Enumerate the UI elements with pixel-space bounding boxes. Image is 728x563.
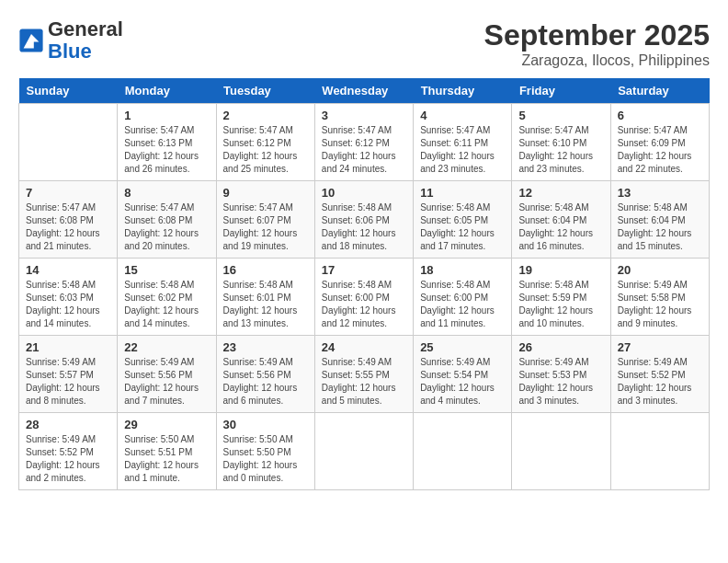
calendar-cell: 14Sunrise: 5:48 AM Sunset: 6:03 PM Dayli… [19, 259, 118, 336]
calendar-cell: 2Sunrise: 5:47 AM Sunset: 6:12 PM Daylig… [216, 104, 314, 181]
calendar-cell: 27Sunrise: 5:49 AM Sunset: 5:52 PM Dayli… [610, 336, 709, 413]
calendar-week-1: 1Sunrise: 5:47 AM Sunset: 6:13 PM Daylig… [19, 104, 710, 181]
day-info: Sunrise: 5:49 AM Sunset: 5:55 PM Dayligh… [322, 356, 406, 408]
day-number: 1 [124, 109, 209, 122]
day-info: Sunrise: 5:47 AM Sunset: 6:10 PM Dayligh… [518, 124, 603, 176]
day-header-wednesday: Wednesday [314, 78, 413, 104]
day-number: 12 [518, 186, 603, 200]
day-number: 20 [618, 263, 702, 277]
calendar-week-4: 21Sunrise: 5:49 AM Sunset: 5:57 PM Dayli… [19, 336, 710, 413]
calendar-cell [512, 413, 610, 490]
day-number: 15 [124, 263, 209, 277]
month-title: September 2025 [484, 18, 710, 52]
calendar-cell: 4Sunrise: 5:47 AM Sunset: 6:11 PM Daylig… [414, 104, 512, 181]
day-number: 6 [618, 109, 702, 122]
calendar-cell: 13Sunrise: 5:48 AM Sunset: 6:04 PM Dayli… [610, 181, 709, 259]
calendar-week-2: 7Sunrise: 5:47 AM Sunset: 6:08 PM Daylig… [19, 181, 710, 259]
day-number: 22 [124, 340, 209, 354]
day-number: 5 [518, 109, 603, 122]
calendar-cell: 19Sunrise: 5:48 AM Sunset: 5:59 PM Dayli… [512, 259, 610, 336]
day-info: Sunrise: 5:49 AM Sunset: 5:58 PM Dayligh… [618, 279, 702, 330]
day-number: 28 [26, 418, 110, 431]
calendar-cell: 8Sunrise: 5:47 AM Sunset: 6:08 PM Daylig… [118, 181, 216, 259]
day-number: 18 [420, 263, 505, 277]
calendar-cell: 15Sunrise: 5:48 AM Sunset: 6:02 PM Dayli… [118, 259, 216, 336]
day-info: Sunrise: 5:48 AM Sunset: 6:04 PM Dayligh… [518, 201, 603, 253]
logo-icon [18, 28, 44, 53]
calendar-cell: 23Sunrise: 5:49 AM Sunset: 5:56 PM Dayli… [216, 336, 314, 413]
day-info: Sunrise: 5:48 AM Sunset: 6:04 PM Dayligh… [618, 201, 702, 253]
calendar-week-3: 14Sunrise: 5:48 AM Sunset: 6:03 PM Dayli… [19, 259, 710, 336]
day-info: Sunrise: 5:49 AM Sunset: 5:52 PM Dayligh… [26, 433, 110, 485]
day-number: 2 [223, 109, 308, 122]
day-info: Sunrise: 5:50 AM Sunset: 5:50 PM Dayligh… [223, 433, 308, 485]
day-info: Sunrise: 5:47 AM Sunset: 6:07 PM Dayligh… [223, 201, 308, 253]
calendar-table: SundayMondayTuesdayWednesdayThursdayFrid… [18, 78, 710, 490]
day-info: Sunrise: 5:47 AM Sunset: 6:11 PM Dayligh… [420, 124, 505, 176]
calendar-cell: 10Sunrise: 5:48 AM Sunset: 6:06 PM Dayli… [314, 181, 413, 259]
day-number: 17 [322, 263, 406, 277]
day-number: 13 [618, 186, 702, 200]
calendar-cell: 24Sunrise: 5:49 AM Sunset: 5:55 PM Dayli… [314, 336, 413, 413]
day-info: Sunrise: 5:49 AM Sunset: 5:57 PM Dayligh… [26, 356, 110, 408]
calendar-cell: 6Sunrise: 5:47 AM Sunset: 6:09 PM Daylig… [610, 104, 709, 181]
logo: General Blue [18, 18, 123, 63]
day-header-friday: Friday [512, 78, 610, 104]
day-number: 16 [223, 263, 308, 277]
calendar-cell: 1Sunrise: 5:47 AM Sunset: 6:13 PM Daylig… [118, 104, 216, 181]
day-header-thursday: Thursday [414, 78, 512, 104]
calendar-cell: 5Sunrise: 5:47 AM Sunset: 6:10 PM Daylig… [512, 104, 610, 181]
day-info: Sunrise: 5:47 AM Sunset: 6:09 PM Dayligh… [618, 124, 702, 176]
day-info: Sunrise: 5:49 AM Sunset: 5:54 PM Dayligh… [420, 356, 505, 408]
calendar-cell: 21Sunrise: 5:49 AM Sunset: 5:57 PM Dayli… [19, 336, 118, 413]
day-number: 30 [223, 418, 308, 431]
day-header-saturday: Saturday [610, 78, 709, 104]
day-number: 27 [618, 340, 702, 354]
calendar-header-row: SundayMondayTuesdayWednesdayThursdayFrid… [19, 78, 710, 104]
day-number: 7 [26, 186, 110, 200]
day-number: 25 [420, 340, 505, 354]
day-info: Sunrise: 5:48 AM Sunset: 6:00 PM Dayligh… [420, 279, 505, 330]
calendar-cell: 11Sunrise: 5:48 AM Sunset: 6:05 PM Dayli… [414, 181, 512, 259]
calendar-cell: 25Sunrise: 5:49 AM Sunset: 5:54 PM Dayli… [414, 336, 512, 413]
calendar-cell: 18Sunrise: 5:48 AM Sunset: 6:00 PM Dayli… [414, 259, 512, 336]
calendar-body: 1Sunrise: 5:47 AM Sunset: 6:13 PM Daylig… [19, 104, 710, 490]
location: Zaragoza, Ilocos, Philippines [484, 52, 710, 69]
day-info: Sunrise: 5:48 AM Sunset: 6:06 PM Dayligh… [322, 201, 406, 253]
day-info: Sunrise: 5:50 AM Sunset: 5:51 PM Dayligh… [124, 433, 209, 485]
calendar-cell: 28Sunrise: 5:49 AM Sunset: 5:52 PM Dayli… [19, 413, 118, 490]
calendar-week-5: 28Sunrise: 5:49 AM Sunset: 5:52 PM Dayli… [19, 413, 710, 490]
day-info: Sunrise: 5:48 AM Sunset: 6:03 PM Dayligh… [26, 279, 110, 330]
day-number: 21 [26, 340, 110, 354]
calendar-cell: 9Sunrise: 5:47 AM Sunset: 6:07 PM Daylig… [216, 181, 314, 259]
day-info: Sunrise: 5:47 AM Sunset: 6:13 PM Dayligh… [124, 124, 209, 176]
day-number: 4 [420, 109, 505, 122]
day-info: Sunrise: 5:49 AM Sunset: 5:56 PM Dayligh… [124, 356, 209, 408]
day-number: 14 [26, 263, 110, 277]
day-info: Sunrise: 5:49 AM Sunset: 5:53 PM Dayligh… [518, 356, 603, 408]
day-header-tuesday: Tuesday [216, 78, 314, 104]
day-info: Sunrise: 5:48 AM Sunset: 5:59 PM Dayligh… [518, 279, 603, 330]
day-info: Sunrise: 5:49 AM Sunset: 5:52 PM Dayligh… [618, 356, 702, 408]
page-header: General Blue September 2025 Zaragoza, Il… [18, 18, 710, 69]
day-number: 3 [322, 109, 406, 122]
day-info: Sunrise: 5:48 AM Sunset: 6:02 PM Dayligh… [124, 279, 209, 330]
day-number: 23 [223, 340, 308, 354]
logo-general: General [48, 17, 123, 40]
day-info: Sunrise: 5:48 AM Sunset: 6:01 PM Dayligh… [223, 279, 308, 330]
day-number: 24 [322, 340, 406, 354]
calendar-cell: 30Sunrise: 5:50 AM Sunset: 5:50 PM Dayli… [216, 413, 314, 490]
calendar-cell: 17Sunrise: 5:48 AM Sunset: 6:00 PM Dayli… [314, 259, 413, 336]
day-info: Sunrise: 5:47 AM Sunset: 6:08 PM Dayligh… [26, 201, 110, 253]
day-info: Sunrise: 5:48 AM Sunset: 6:05 PM Dayligh… [420, 201, 505, 253]
day-info: Sunrise: 5:49 AM Sunset: 5:56 PM Dayligh… [223, 356, 308, 408]
day-number: 26 [518, 340, 603, 354]
day-info: Sunrise: 5:47 AM Sunset: 6:12 PM Dayligh… [223, 124, 308, 176]
day-number: 9 [223, 186, 308, 200]
day-header-monday: Monday [118, 78, 216, 104]
day-info: Sunrise: 5:47 AM Sunset: 6:08 PM Dayligh… [124, 201, 209, 253]
calendar-cell [19, 104, 118, 181]
day-number: 8 [124, 186, 209, 200]
calendar-cell: 29Sunrise: 5:50 AM Sunset: 5:51 PM Dayli… [118, 413, 216, 490]
day-header-sunday: Sunday [19, 78, 118, 104]
